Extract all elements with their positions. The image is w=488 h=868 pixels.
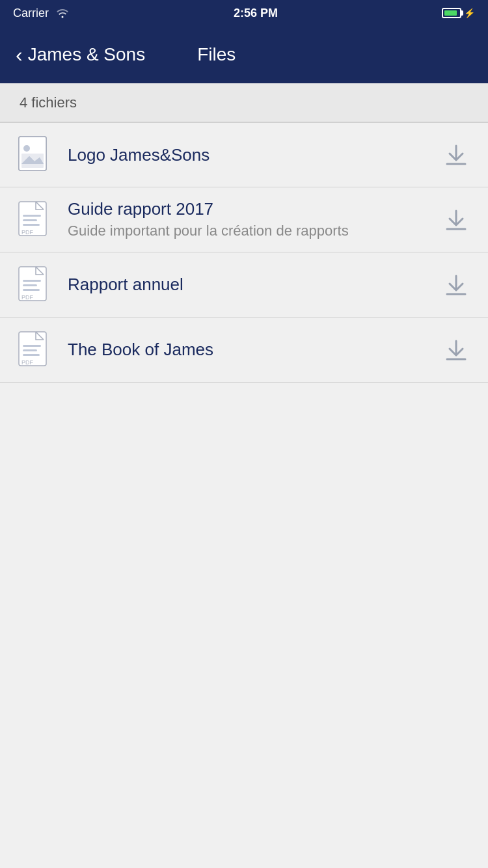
file-name: The Book of James — [68, 340, 427, 360]
client-name-label: James & Sons — [28, 44, 146, 65]
file-description: Guide important pour la création de rapp… — [68, 222, 427, 241]
list-item[interactable]: Logo James&Sons — [0, 122, 488, 187]
back-button[interactable]: ‹ James & Sons — [16, 44, 145, 65]
svg-text:PDF: PDF — [21, 359, 34, 366]
file-name: Logo James&Sons — [68, 145, 427, 165]
svg-rect-17 — [23, 354, 40, 356]
svg-point-3 — [23, 145, 30, 152]
file-list: Logo James&Sons PDF Guide rapport 201 — [0, 122, 488, 383]
file-icon-pdf: PDF — [16, 200, 55, 239]
file-info: Rapport annuel — [68, 275, 427, 295]
svg-text:PDF: PDF — [21, 294, 34, 301]
svg-rect-12 — [23, 289, 40, 291]
svg-rect-10 — [23, 280, 41, 282]
status-time: 2:56 PM — [234, 7, 278, 20]
page-title: Files — [197, 44, 236, 65]
bolt-icon: ⚡ — [464, 8, 475, 18]
file-icon-image — [16, 135, 55, 174]
file-name: Rapport annuel — [68, 275, 427, 295]
svg-rect-7 — [23, 224, 40, 226]
download-button[interactable] — [440, 269, 472, 301]
svg-rect-15 — [23, 345, 41, 347]
file-info: Guide rapport 2017 Guide important pour … — [68, 199, 427, 241]
file-count-bar: 4 fichiers — [0, 83, 488, 122]
back-chevron-icon: ‹ — [16, 44, 23, 65]
file-name: Guide rapport 2017 — [68, 199, 427, 219]
list-item[interactable]: PDF The Book of James — [0, 318, 488, 383]
carrier-label: Carrier — [13, 7, 49, 20]
list-item[interactable]: PDF Guide rapport 2017 Guide important p… — [0, 187, 488, 252]
status-left: Carrier — [13, 7, 70, 20]
file-icon-pdf: PDF — [16, 331, 55, 370]
svg-rect-5 — [23, 215, 41, 217]
empty-area — [0, 383, 488, 773]
file-icon-pdf: PDF — [16, 265, 55, 305]
download-button[interactable] — [440, 139, 472, 171]
svg-text:PDF: PDF — [21, 229, 34, 236]
battery-indicator: ⚡ — [442, 8, 475, 18]
nav-header: ‹ James & Sons Files — [0, 26, 488, 83]
status-right: ⚡ — [442, 8, 475, 18]
wifi-icon — [55, 8, 70, 18]
status-bar: Carrier 2:56 PM ⚡ — [0, 0, 488, 26]
download-button[interactable] — [440, 334, 472, 366]
file-info: The Book of James — [68, 340, 427, 360]
svg-rect-6 — [23, 219, 37, 221]
svg-rect-16 — [23, 349, 37, 351]
list-item[interactable]: PDF Rapport annuel — [0, 252, 488, 318]
file-count-label: 4 fichiers — [20, 94, 77, 111]
battery-fill — [444, 10, 457, 16]
battery-icon — [442, 8, 461, 18]
svg-rect-11 — [23, 284, 37, 286]
file-info: Logo James&Sons — [68, 145, 427, 165]
download-button[interactable] — [440, 204, 472, 236]
